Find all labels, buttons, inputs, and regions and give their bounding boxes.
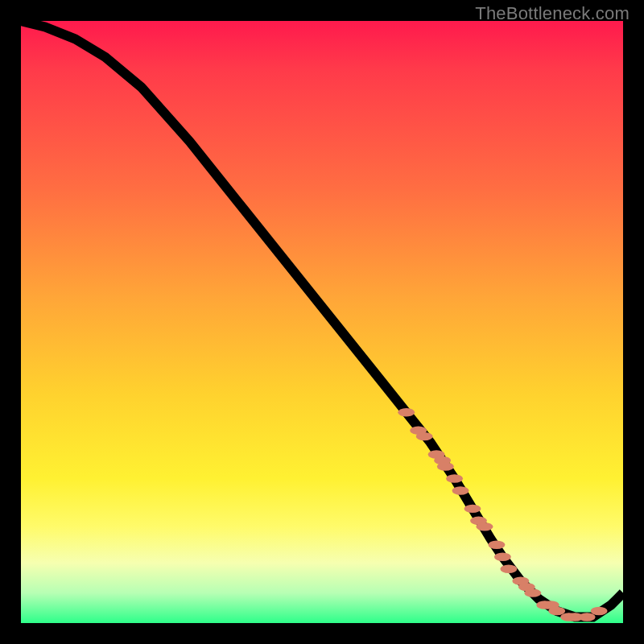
marker-point xyxy=(524,588,541,597)
marker-point xyxy=(464,505,481,513)
marker-point xyxy=(452,486,469,494)
marker-point xyxy=(500,564,517,572)
chart-svg xyxy=(21,21,623,623)
marker-point xyxy=(548,607,565,615)
figure-frame: TheBottleneck.com xyxy=(0,0,644,644)
watermark-text: TheBottleneck.com xyxy=(475,3,630,24)
marker-point xyxy=(437,462,454,470)
bottleneck-curve xyxy=(21,21,623,617)
plot-area xyxy=(21,21,623,623)
marker-point xyxy=(591,607,608,615)
marker-point xyxy=(416,432,433,440)
marker-point xyxy=(494,552,511,560)
marker-point xyxy=(398,408,415,416)
marker-point xyxy=(446,474,463,482)
marker-point xyxy=(488,541,505,549)
marker-point xyxy=(476,522,493,530)
marker-point xyxy=(579,613,596,621)
